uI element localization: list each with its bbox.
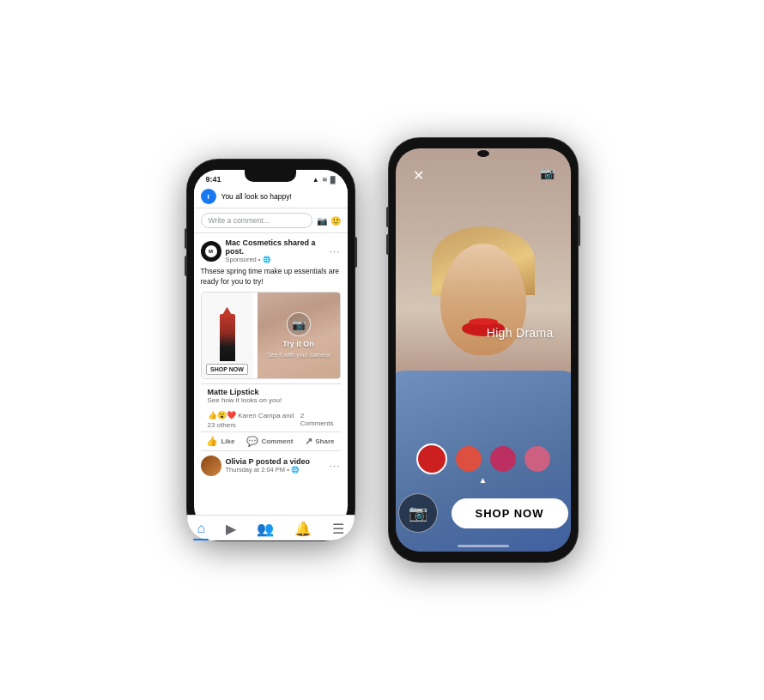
comment-label: Comment (261, 438, 293, 445)
swatch-coral[interactable] (456, 446, 482, 472)
status-icons: ▲ ≋ ▓ (312, 176, 336, 184)
share-label: Share (315, 438, 334, 445)
facebook-nav: ⌂ ▶ 👥 🔔 ☰ (194, 515, 348, 530)
like-icon: 👍 (206, 436, 218, 447)
ar-bottom-actions: 📷 SHOP NOW (396, 493, 571, 533)
ar-close-button[interactable]: ✕ (408, 164, 430, 186)
post2-name[interactable]: Olivia P posted a video (226, 457, 325, 466)
post2-time: Thursday at 2:04 PM • 🌐 (226, 466, 325, 474)
swatch-rose[interactable] (524, 446, 550, 472)
reactions-left: 👍😮❤️ Karen Campa and 23 others (208, 410, 300, 429)
right-power-button[interactable] (578, 215, 580, 246)
ar-try-on-screen: ✕ 📷 High Drama ▲ (396, 148, 571, 552)
try-it-on-overlay: 📷 Try it On See it with your camera (267, 312, 330, 358)
emoji-icon: 🙂 (330, 216, 341, 226)
see-with-camera-label: See it with your camera (267, 352, 330, 358)
status-time: 9:41 (206, 175, 221, 184)
ar-shop-now-button[interactable]: SHOP NOW (452, 498, 568, 528)
notif-avatar: f (201, 189, 216, 204)
swatch-berry[interactable] (490, 446, 516, 472)
home-indicator (458, 545, 509, 547)
notch-right (477, 150, 489, 157)
like-button[interactable]: 👍 Like (206, 436, 234, 447)
nav-video-icon[interactable]: ▶ (226, 521, 236, 530)
notch-left (245, 170, 296, 182)
post2-avatar (201, 456, 221, 476)
ar-camera-switch-button[interactable]: 📷 (537, 162, 559, 184)
camera-icon: 📷 (409, 504, 427, 522)
post-meta: Mac Cosmetics shared a post. Sponsored •… (226, 238, 325, 263)
camera-comment-icon: 📷 (317, 216, 327, 226)
ar-camera-button[interactable]: 📷 (398, 493, 438, 533)
post-card: M Mac Cosmetics shared a post. Sponsored… (194, 233, 348, 451)
comment-icon-group: 📷 🙂 (317, 216, 341, 226)
product-name: Matte Lipstick (208, 388, 334, 396)
ad-product-info: Matte Lipstick See how it looks on you! (201, 383, 341, 407)
ar-product-label: High Drama (487, 326, 554, 340)
notification-text: You all look so happy! (221, 192, 341, 201)
share-button[interactable]: ↗ Share (305, 436, 334, 447)
comment-icon: 💬 (246, 436, 258, 447)
nav-notifications-icon[interactable]: 🔔 (294, 521, 312, 530)
power-button[interactable] (355, 237, 357, 268)
right-vol-down-button[interactable] (386, 234, 389, 255)
nav-groups-icon[interactable]: 👥 (257, 521, 274, 530)
ad-camera-overlay[interactable]: 📷 Try it On See it with your camera (258, 293, 340, 378)
reactions-row: 👍😮❤️ Karen Campa and 23 others 2 Comment… (201, 407, 341, 432)
signal-icon: ▲ (312, 176, 319, 184)
action-row: 👍 Like 💬 Comment ↗ Share (201, 432, 341, 451)
comments-count: 2 Comments (300, 412, 334, 427)
post-header: M Mac Cosmetics shared a post. Sponsored… (201, 238, 341, 263)
phone-right: ✕ 📷 High Drama ▲ (389, 138, 578, 562)
camera-flip-icon: 📷 (540, 166, 555, 180)
reaction-emojis: 👍😮❤️ (208, 411, 236, 419)
swatch-red[interactable] (416, 444, 447, 474)
product-sub: See how it looks on you! (208, 396, 334, 404)
phone-left: 9:41 ▲ ≋ ▓ f You all look so happy! Writ… (187, 160, 355, 540)
close-icon: ✕ (413, 167, 424, 184)
wifi-icon: ≋ (322, 176, 328, 184)
post2-more-icon[interactable]: ··· (329, 460, 340, 472)
vol-down-button[interactable] (185, 256, 187, 276)
post-body-text: Thsese spring time make up essentials ar… (201, 267, 341, 287)
facebook-screen: 9:41 ▲ ≋ ▓ f You all look so happy! Writ… (194, 170, 348, 530)
vol-up-button[interactable] (185, 228, 187, 249)
post-sponsored: Sponsored • 🌐 (226, 256, 325, 263)
post-more-icon[interactable]: ··· (329, 245, 340, 257)
right-vol-up-button[interactable] (386, 207, 389, 227)
comment-field[interactable]: Write a comment... (201, 213, 312, 228)
brand-name[interactable]: Mac Cosmetics shared a post. (226, 238, 325, 256)
try-it-on-label: Try it On (282, 340, 314, 348)
post2-header: Olivia P posted a video Thursday at 2:04… (194, 451, 348, 480)
nav-menu-icon[interactable]: ☰ (332, 521, 344, 530)
face-area (432, 244, 535, 381)
shop-now-button-small[interactable]: SHOP NOW (206, 364, 248, 375)
ad-area: SHOP NOW 📷 Try it On See it with your ca… (201, 292, 341, 379)
notification-bar: f You all look so happy! (194, 185, 348, 208)
comment-placeholder: Write a comment... (209, 216, 270, 225)
battery-icon: ▓ (330, 176, 336, 184)
comment-button[interactable]: 💬 Comment (246, 436, 293, 447)
fb-feed: 9:41 ▲ ≋ ▓ f You all look so happy! Writ… (194, 170, 348, 530)
share-icon: ↗ (305, 436, 312, 447)
scene: 9:41 ▲ ≋ ▓ f You all look so happy! Writ… (170, 121, 595, 579)
ar-model-face (396, 148, 571, 451)
comment-input-row: Write a comment... 📷 🙂 (194, 208, 348, 233)
camera-circle-icon: 📷 (287, 312, 311, 336)
lipstick-image (220, 314, 235, 361)
brand-avatar: M (201, 241, 221, 262)
post2-meta: Olivia P posted a video Thursday at 2:04… (226, 457, 325, 474)
nav-home-icon[interactable]: ⌂ (197, 521, 205, 530)
color-swatches (396, 444, 571, 474)
ar-screen-wrapper: ✕ 📷 High Drama ▲ (396, 148, 571, 552)
like-label: Like (221, 438, 234, 445)
swatch-arrow-icon: ▲ (479, 475, 488, 485)
mac-logo: M (205, 245, 217, 257)
ad-product-image: SHOP NOW (202, 293, 253, 378)
